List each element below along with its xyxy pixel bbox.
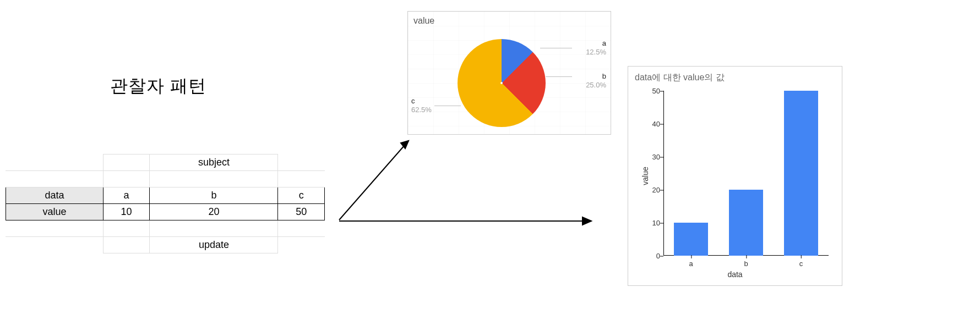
pie-label-a: a 12.5% <box>573 39 606 56</box>
bar-plot-area: 01020304050abc <box>663 91 829 256</box>
table-row: update <box>6 237 325 253</box>
y-tick: 50 <box>641 87 660 95</box>
pie-label-name: a <box>573 39 606 48</box>
page-title: 관찰자 패턴 <box>110 74 206 98</box>
table-cell: a <box>103 187 149 204</box>
table-cell: 50 <box>278 204 325 220</box>
row-header: data <box>6 187 104 204</box>
y-tick: 20 <box>641 186 660 194</box>
table-row: value 10 20 50 <box>6 204 325 220</box>
y-axis <box>663 91 664 256</box>
x-tick: b <box>744 260 748 268</box>
table-cell: 20 <box>150 204 278 220</box>
bar <box>784 91 818 256</box>
update-label: update <box>150 237 278 253</box>
pie-chart: value a 12.5% b 25.0% c 62.5% <box>407 11 611 135</box>
table-cell: 10 <box>103 204 149 220</box>
table-cell: b <box>150 187 278 204</box>
y-tick: 30 <box>641 153 660 161</box>
bar-ylabel: value <box>641 167 650 185</box>
pie-title: value <box>413 16 434 26</box>
table-row: subject <box>6 154 325 171</box>
x-tick: c <box>799 260 803 268</box>
bar <box>674 223 708 256</box>
arrow-to-bar <box>336 203 595 236</box>
svg-marker-1 <box>401 141 409 148</box>
pie-label-percent: 62.5% <box>411 106 444 114</box>
bar <box>729 190 763 256</box>
y-tick: 10 <box>641 219 660 227</box>
pie-label-percent: 12.5% <box>573 48 606 57</box>
bar-chart: data에 대한 value의 값 value data 01020304050… <box>628 66 842 286</box>
table-cell: c <box>278 187 325 204</box>
pie-label-name: c <box>411 97 444 106</box>
pie-label-c: c 62.5% <box>411 97 444 114</box>
bar-xlabel: data <box>628 270 842 279</box>
table-row: data a b c <box>6 187 325 204</box>
row-header: value <box>6 204 104 220</box>
subject-label: subject <box>150 154 278 171</box>
subject-table: subject data a b c value 10 20 50 update <box>6 154 325 253</box>
y-tick: 40 <box>641 120 660 128</box>
pie-label-percent: 25.0% <box>573 81 606 90</box>
pie-graphic <box>458 39 546 127</box>
pie-label-b: b 25.0% <box>573 72 606 89</box>
bar-title: data에 대한 value의 값 <box>635 72 725 84</box>
pie-label-name: b <box>573 72 606 81</box>
svg-marker-3 <box>582 217 591 225</box>
y-tick: 0 <box>641 252 660 260</box>
table-row <box>6 220 325 237</box>
table-row <box>6 171 325 187</box>
x-tick: a <box>689 260 693 268</box>
